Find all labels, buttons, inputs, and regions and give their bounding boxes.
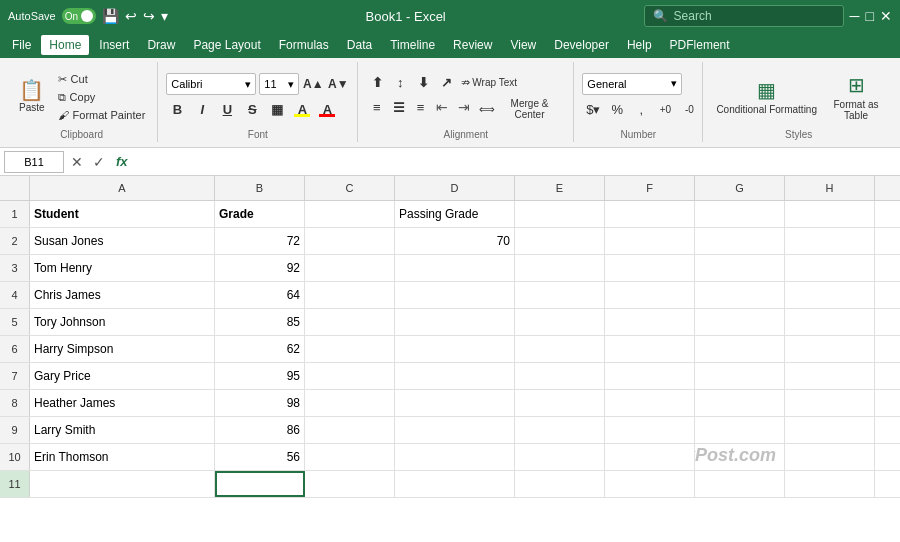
cell-a3[interactable]: Tom Henry — [30, 255, 215, 281]
cell-b1[interactable]: Grade — [215, 201, 305, 227]
menu-help[interactable]: Help — [619, 35, 660, 55]
cell-b2[interactable]: 72 — [215, 228, 305, 254]
cell-d8[interactable] — [395, 390, 515, 416]
italic-button[interactable]: I — [191, 98, 213, 120]
cell-f2[interactable] — [605, 228, 695, 254]
cell-c11[interactable] — [305, 471, 395, 497]
col-header-d[interactable]: D — [395, 176, 515, 200]
cell-g11[interactable] — [695, 471, 785, 497]
cell-c6[interactable] — [305, 336, 395, 362]
cell-f4[interactable] — [605, 282, 695, 308]
row-header-8[interactable]: 8 — [0, 390, 30, 416]
decrease-font-button[interactable]: A▼ — [327, 73, 349, 95]
cell-a11[interactable] — [30, 471, 215, 497]
cell-d11[interactable] — [395, 471, 515, 497]
cell-c7[interactable] — [305, 363, 395, 389]
cell-g2[interactable] — [695, 228, 785, 254]
cell-c3[interactable] — [305, 255, 395, 281]
strikethrough-button[interactable]: S — [241, 98, 263, 120]
cell-e1[interactable] — [515, 201, 605, 227]
align-left-button[interactable]: ≡ — [366, 96, 387, 118]
merge-center-button[interactable]: ⟺ Merge & Center — [476, 96, 566, 122]
cell-a4[interactable]: Chris James — [30, 282, 215, 308]
corner-cell[interactable] — [0, 176, 30, 200]
align-top-button[interactable]: ⬆ — [366, 71, 388, 93]
decrease-decimal-button[interactable]: -0 — [678, 99, 700, 121]
cell-e5[interactable] — [515, 309, 605, 335]
cell-f11[interactable] — [605, 471, 695, 497]
redo-icon[interactable]: ↪ — [143, 8, 155, 24]
col-header-c[interactable]: C — [305, 176, 395, 200]
orientation-button[interactable]: ↗ — [435, 71, 457, 93]
cell-e7[interactable] — [515, 363, 605, 389]
cell-d7[interactable] — [395, 363, 515, 389]
formula-confirm[interactable]: ✓ — [90, 154, 108, 170]
align-middle-button[interactable]: ↕ — [389, 71, 411, 93]
cell-h8[interactable] — [785, 390, 875, 416]
align-bottom-button[interactable]: ⬇ — [412, 71, 434, 93]
copy-button[interactable]: ⧉ Copy — [54, 89, 150, 106]
cell-g6[interactable] — [695, 336, 785, 362]
cell-d2[interactable]: 70 — [395, 228, 515, 254]
font-name-selector[interactable]: Calibri ▾ — [166, 73, 256, 95]
cell-h4[interactable] — [785, 282, 875, 308]
cell-d4[interactable] — [395, 282, 515, 308]
row-header-7[interactable]: 7 — [0, 363, 30, 389]
menu-formulas[interactable]: Formulas — [271, 35, 337, 55]
cell-e9[interactable] — [515, 417, 605, 443]
row-header-11[interactable]: 11 — [0, 471, 30, 497]
cell-g4[interactable] — [695, 282, 785, 308]
cell-c9[interactable] — [305, 417, 395, 443]
row-header-2[interactable]: 2 — [0, 228, 30, 254]
cell-h2[interactable] — [785, 228, 875, 254]
cell-f5[interactable] — [605, 309, 695, 335]
fill-color-button[interactable]: A — [291, 98, 313, 120]
cell-g9[interactable] — [695, 417, 785, 443]
cell-h5[interactable] — [785, 309, 875, 335]
align-right-button[interactable]: ≡ — [410, 96, 431, 118]
menu-review[interactable]: Review — [445, 35, 500, 55]
cell-d10[interactable] — [395, 444, 515, 470]
minimize-icon[interactable]: ─ — [850, 8, 860, 24]
font-size-selector[interactable]: 11 ▾ — [259, 73, 299, 95]
row-header-10[interactable]: 10 — [0, 444, 30, 470]
more-icon[interactable]: ▾ — [161, 8, 168, 24]
menu-insert[interactable]: Insert — [91, 35, 137, 55]
cell-g8[interactable] — [695, 390, 785, 416]
increase-decimal-button[interactable]: +0 — [654, 99, 676, 121]
border-button[interactable]: ▦ — [266, 98, 288, 120]
bold-button[interactable]: B — [166, 98, 188, 120]
font-color-button[interactable]: A — [316, 98, 338, 120]
cell-h6[interactable] — [785, 336, 875, 362]
menu-page-layout[interactable]: Page Layout — [185, 35, 268, 55]
align-center-button[interactable]: ☰ — [388, 96, 409, 118]
menu-timeline[interactable]: Timeline — [382, 35, 443, 55]
col-header-e[interactable]: E — [515, 176, 605, 200]
maximize-icon[interactable]: □ — [866, 8, 874, 24]
row-header-9[interactable]: 9 — [0, 417, 30, 443]
formula-input[interactable] — [136, 151, 896, 173]
cell-g3[interactable] — [695, 255, 785, 281]
cell-a1[interactable]: Student — [30, 201, 215, 227]
cell-reference-box[interactable]: B11 — [4, 151, 64, 173]
cell-e3[interactable] — [515, 255, 605, 281]
outdent-button[interactable]: ⇤ — [432, 96, 453, 118]
cell-a9[interactable]: Larry Smith — [30, 417, 215, 443]
close-icon[interactable]: ✕ — [880, 8, 892, 24]
cell-a2[interactable]: Susan Jones — [30, 228, 215, 254]
cut-button[interactable]: ✂ Cut — [54, 71, 150, 88]
row-header-1[interactable]: 1 — [0, 201, 30, 227]
cell-h10[interactable] — [785, 444, 875, 470]
paste-button[interactable]: 📋 Paste — [14, 70, 50, 124]
col-header-a[interactable]: A — [30, 176, 215, 200]
conditional-formatting-button[interactable]: ▦ Conditional Formatting — [711, 70, 822, 124]
cell-b7[interactable]: 95 — [215, 363, 305, 389]
cell-a8[interactable]: Heather James — [30, 390, 215, 416]
menu-data[interactable]: Data — [339, 35, 380, 55]
cell-g5[interactable] — [695, 309, 785, 335]
cell-e8[interactable] — [515, 390, 605, 416]
cell-b4[interactable]: 64 — [215, 282, 305, 308]
col-header-b[interactable]: B — [215, 176, 305, 200]
cell-b9[interactable]: 86 — [215, 417, 305, 443]
cell-c8[interactable] — [305, 390, 395, 416]
